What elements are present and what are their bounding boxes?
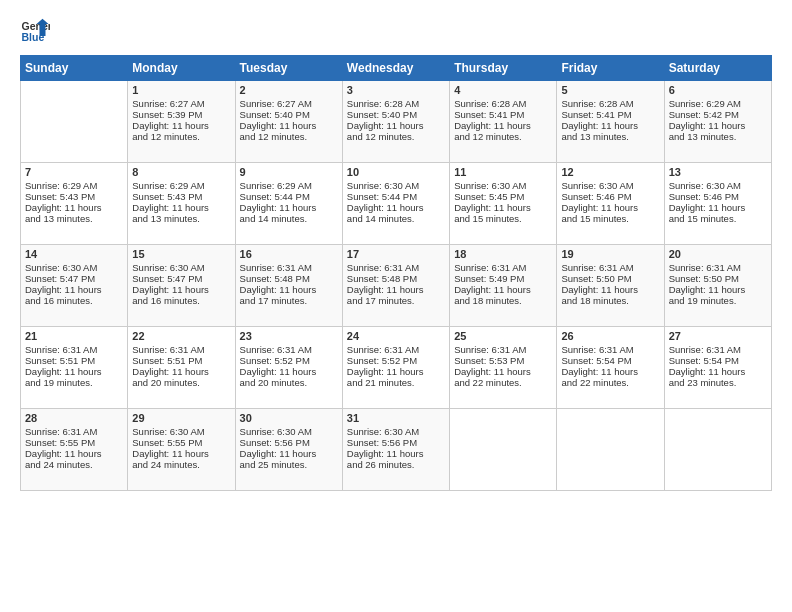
day-info: Sunset: 5:43 PM <box>25 191 123 202</box>
calendar-cell: 6Sunrise: 6:29 AMSunset: 5:42 PMDaylight… <box>664 81 771 163</box>
day-info: Sunrise: 6:31 AM <box>25 344 123 355</box>
day-info: and 16 minutes. <box>132 295 230 306</box>
day-info: and 19 minutes. <box>25 377 123 388</box>
day-info: Sunrise: 6:31 AM <box>347 344 445 355</box>
day-info: Sunset: 5:56 PM <box>347 437 445 448</box>
day-info: Daylight: 11 hours <box>669 284 767 295</box>
day-number: 17 <box>347 248 445 260</box>
day-info: and 12 minutes. <box>347 131 445 142</box>
calendar-cell: 5Sunrise: 6:28 AMSunset: 5:41 PMDaylight… <box>557 81 664 163</box>
day-info: Sunset: 5:46 PM <box>669 191 767 202</box>
day-info: Sunset: 5:54 PM <box>561 355 659 366</box>
logo-icon: General Blue <box>20 15 50 45</box>
day-info: Sunrise: 6:31 AM <box>240 262 338 273</box>
day-info: Sunset: 5:54 PM <box>669 355 767 366</box>
calendar-cell: 15Sunrise: 6:30 AMSunset: 5:47 PMDayligh… <box>128 245 235 327</box>
day-info: and 16 minutes. <box>25 295 123 306</box>
header-cell-monday: Monday <box>128 56 235 81</box>
calendar-row: 7Sunrise: 6:29 AMSunset: 5:43 PMDaylight… <box>21 163 772 245</box>
day-info: Daylight: 11 hours <box>240 366 338 377</box>
day-number: 1 <box>132 84 230 96</box>
calendar-cell: 25Sunrise: 6:31 AMSunset: 5:53 PMDayligh… <box>450 327 557 409</box>
day-number: 27 <box>669 330 767 342</box>
day-info: Daylight: 11 hours <box>347 202 445 213</box>
calendar-cell: 21Sunrise: 6:31 AMSunset: 5:51 PMDayligh… <box>21 327 128 409</box>
day-info: and 15 minutes. <box>561 213 659 224</box>
day-number: 13 <box>669 166 767 178</box>
day-number: 30 <box>240 412 338 424</box>
day-info: and 22 minutes. <box>454 377 552 388</box>
day-info: Sunrise: 6:30 AM <box>240 426 338 437</box>
header-cell-thursday: Thursday <box>450 56 557 81</box>
day-number: 6 <box>669 84 767 96</box>
day-info: and 18 minutes. <box>561 295 659 306</box>
day-number: 25 <box>454 330 552 342</box>
header-cell-saturday: Saturday <box>664 56 771 81</box>
day-info: Sunrise: 6:27 AM <box>240 98 338 109</box>
calendar-cell: 28Sunrise: 6:31 AMSunset: 5:55 PMDayligh… <box>21 409 128 491</box>
day-info: Daylight: 11 hours <box>561 366 659 377</box>
day-info: Sunrise: 6:31 AM <box>669 344 767 355</box>
calendar-cell: 17Sunrise: 6:31 AMSunset: 5:48 PMDayligh… <box>342 245 449 327</box>
calendar-body: 1Sunrise: 6:27 AMSunset: 5:39 PMDaylight… <box>21 81 772 491</box>
day-number: 11 <box>454 166 552 178</box>
day-info: Sunrise: 6:30 AM <box>25 262 123 273</box>
day-info: Sunset: 5:50 PM <box>561 273 659 284</box>
header: General Blue <box>20 15 772 45</box>
day-info: Daylight: 11 hours <box>132 284 230 295</box>
header-cell-tuesday: Tuesday <box>235 56 342 81</box>
day-info: Sunset: 5:52 PM <box>347 355 445 366</box>
day-info: Sunset: 5:55 PM <box>132 437 230 448</box>
day-info: Sunset: 5:53 PM <box>454 355 552 366</box>
day-info: and 20 minutes. <box>132 377 230 388</box>
day-info: Sunset: 5:50 PM <box>669 273 767 284</box>
day-info: Sunrise: 6:31 AM <box>240 344 338 355</box>
day-info: Daylight: 11 hours <box>561 202 659 213</box>
day-info: Daylight: 11 hours <box>240 202 338 213</box>
day-number: 18 <box>454 248 552 260</box>
day-info: Daylight: 11 hours <box>454 120 552 131</box>
day-info: Sunrise: 6:31 AM <box>132 344 230 355</box>
day-number: 2 <box>240 84 338 96</box>
day-number: 15 <box>132 248 230 260</box>
day-info: Daylight: 11 hours <box>454 284 552 295</box>
day-info: Daylight: 11 hours <box>561 120 659 131</box>
page: General Blue SundayMondayTuesdayWednesda… <box>0 0 792 612</box>
day-number: 5 <box>561 84 659 96</box>
day-info: Sunrise: 6:30 AM <box>347 426 445 437</box>
calendar-cell: 4Sunrise: 6:28 AMSunset: 5:41 PMDaylight… <box>450 81 557 163</box>
day-info: Sunrise: 6:30 AM <box>132 426 230 437</box>
day-number: 31 <box>347 412 445 424</box>
calendar-header: SundayMondayTuesdayWednesdayThursdayFrid… <box>21 56 772 81</box>
day-info: Sunrise: 6:30 AM <box>454 180 552 191</box>
day-info: Sunrise: 6:31 AM <box>669 262 767 273</box>
day-number: 28 <box>25 412 123 424</box>
day-info: Daylight: 11 hours <box>347 120 445 131</box>
day-number: 14 <box>25 248 123 260</box>
day-info: and 23 minutes. <box>669 377 767 388</box>
calendar-cell: 2Sunrise: 6:27 AMSunset: 5:40 PMDaylight… <box>235 81 342 163</box>
day-number: 8 <box>132 166 230 178</box>
day-info: Daylight: 11 hours <box>25 366 123 377</box>
day-info: and 12 minutes. <box>454 131 552 142</box>
day-info: Sunset: 5:48 PM <box>240 273 338 284</box>
header-row: SundayMondayTuesdayWednesdayThursdayFrid… <box>21 56 772 81</box>
day-info: Sunrise: 6:31 AM <box>454 262 552 273</box>
day-info: and 20 minutes. <box>240 377 338 388</box>
day-number: 23 <box>240 330 338 342</box>
day-number: 7 <box>25 166 123 178</box>
calendar-cell: 20Sunrise: 6:31 AMSunset: 5:50 PMDayligh… <box>664 245 771 327</box>
day-info: Sunset: 5:40 PM <box>347 109 445 120</box>
day-info: Daylight: 11 hours <box>132 366 230 377</box>
day-info: Sunset: 5:46 PM <box>561 191 659 202</box>
day-info: Sunrise: 6:30 AM <box>132 262 230 273</box>
day-info: and 15 minutes. <box>454 213 552 224</box>
calendar-row: 21Sunrise: 6:31 AMSunset: 5:51 PMDayligh… <box>21 327 772 409</box>
calendar-cell: 14Sunrise: 6:30 AMSunset: 5:47 PMDayligh… <box>21 245 128 327</box>
day-info: Sunrise: 6:31 AM <box>347 262 445 273</box>
day-number: 16 <box>240 248 338 260</box>
day-info: Daylight: 11 hours <box>25 284 123 295</box>
day-info: and 12 minutes. <box>132 131 230 142</box>
day-info: Sunset: 5:40 PM <box>240 109 338 120</box>
day-number: 29 <box>132 412 230 424</box>
